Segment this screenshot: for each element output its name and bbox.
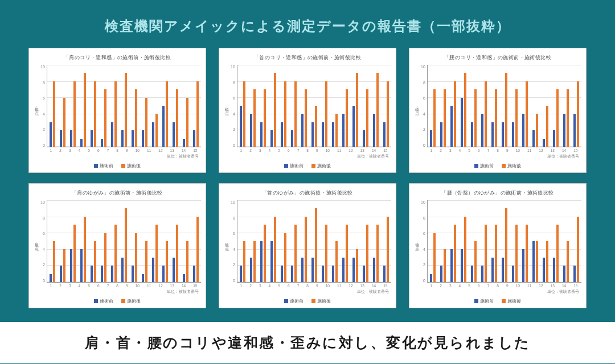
legend: 施術前施術後 xyxy=(224,163,391,169)
y-axis-label: 単位：点 xyxy=(224,239,231,243)
x-axis-label: 単位：被験者番号 xyxy=(34,289,201,295)
bar-after xyxy=(196,81,199,147)
bar-group xyxy=(249,65,256,147)
bar-group xyxy=(362,65,369,147)
bar-before xyxy=(481,266,484,282)
bar-group xyxy=(440,65,446,147)
bar-before xyxy=(471,122,474,147)
bar-group xyxy=(342,200,348,282)
bar-after xyxy=(145,98,148,147)
bar-after xyxy=(196,217,199,282)
bar-group xyxy=(552,65,559,147)
bar-after xyxy=(546,106,549,147)
bar-before xyxy=(543,258,546,282)
bar-group xyxy=(239,65,246,147)
legend: 施術前施術後 xyxy=(414,163,581,169)
bar-after xyxy=(346,89,348,147)
bar-group xyxy=(162,65,169,147)
bar-group xyxy=(131,65,138,147)
bar-group xyxy=(260,65,266,147)
bar-after xyxy=(335,114,338,147)
bar-before xyxy=(322,122,325,147)
bar-after xyxy=(356,249,359,282)
bar-group xyxy=(352,200,359,282)
bar-group xyxy=(563,200,569,282)
bar-group xyxy=(321,200,328,282)
bar-before xyxy=(162,106,165,147)
bar-after xyxy=(433,233,436,282)
bar-group xyxy=(470,200,477,282)
bar-group xyxy=(383,65,390,147)
bar-group xyxy=(90,65,97,147)
bar-after xyxy=(305,217,308,282)
bar-group xyxy=(290,65,297,147)
plot-area xyxy=(47,200,201,283)
bar-after xyxy=(536,114,539,147)
x-axis-label: 単位：被験者番号 xyxy=(414,154,581,159)
bar-before xyxy=(352,258,355,282)
legend: 施術前施術後 xyxy=(34,298,201,304)
bar-before xyxy=(70,130,73,147)
bar-after xyxy=(444,89,446,147)
bar-after xyxy=(104,89,107,147)
y-ticks: 1086420 xyxy=(40,65,47,147)
bar-after xyxy=(556,89,559,147)
bar-group xyxy=(192,65,199,147)
bar-after xyxy=(305,89,308,147)
bar-before xyxy=(281,266,284,282)
bar-group xyxy=(573,200,580,282)
bar-before xyxy=(450,249,453,282)
bar-before xyxy=(183,274,186,282)
bar-before xyxy=(491,122,494,147)
bar-group xyxy=(429,65,436,147)
bar-after xyxy=(294,81,297,147)
bar-before xyxy=(563,266,566,282)
bar-group xyxy=(141,200,148,282)
bar-after xyxy=(577,217,580,282)
bar-before xyxy=(173,258,175,282)
bar-before xyxy=(430,274,433,282)
y-axis-label: 単位：点 xyxy=(34,239,40,243)
plot-area xyxy=(427,200,581,283)
bar-after xyxy=(73,81,76,147)
bar-before xyxy=(142,130,145,147)
bar-after xyxy=(84,217,87,282)
bar-before xyxy=(301,258,304,282)
bar-before xyxy=(291,266,294,282)
bar-after xyxy=(125,73,128,147)
bar-before xyxy=(301,114,304,147)
x-axis-label: 単位：被験者番号 xyxy=(34,154,201,159)
bar-after xyxy=(536,241,539,282)
bar-group xyxy=(450,200,457,282)
bar-group xyxy=(59,200,66,282)
bar-after xyxy=(53,81,56,147)
bar-after xyxy=(515,225,518,282)
bar-after xyxy=(495,225,498,282)
x-ticks: 123456789101112131415 xyxy=(34,148,201,152)
plot-area xyxy=(237,65,391,147)
bar-after xyxy=(526,81,528,147)
bar-before xyxy=(70,249,73,282)
bar-before xyxy=(50,274,52,282)
legend-before: 施術前 xyxy=(94,298,113,304)
bar-after xyxy=(63,98,66,147)
bar-before xyxy=(342,114,345,147)
bar-after xyxy=(155,225,158,282)
bar-before xyxy=(132,266,134,282)
bar-group xyxy=(511,65,518,147)
bar-group xyxy=(172,65,179,147)
bar-before xyxy=(132,130,134,147)
bar-group xyxy=(460,65,467,147)
bar-group xyxy=(80,200,87,282)
bar-before xyxy=(91,266,93,282)
bar-group xyxy=(280,65,287,147)
bar-before xyxy=(543,139,546,147)
bar-group xyxy=(511,200,518,282)
bar-before xyxy=(322,266,325,282)
bar-after xyxy=(186,98,189,147)
bar-before xyxy=(373,258,376,282)
bar-after xyxy=(114,225,117,282)
bar-before xyxy=(193,130,196,147)
bar-before xyxy=(383,122,386,147)
chart-card: 「首のコリ・違和感」の施術前・施術後比較単位：点1086420123456789… xyxy=(219,48,396,173)
